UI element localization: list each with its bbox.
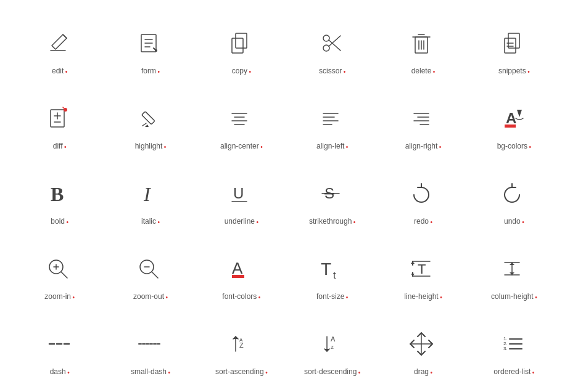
underline-label: underline <box>225 217 255 226</box>
svg-text:t: t <box>333 270 336 280</box>
svg-rect-17 <box>505 38 516 53</box>
svg-rect-5 <box>232 38 243 53</box>
zoom-out-label: zoom-out <box>133 292 164 301</box>
icon-item-zoom-in[interactable]: zoom-in <box>12 238 103 307</box>
strikethrough-label: strikethrough <box>309 217 352 226</box>
snippets-label: snippets <box>498 67 526 75</box>
svg-line-1 <box>63 35 67 38</box>
zoom-out-icon <box>130 250 167 287</box>
italic-icon: I <box>130 175 167 212</box>
icon-item-align-left[interactable]: align-left <box>285 88 376 157</box>
align-center-icon <box>221 100 258 137</box>
drag-icon <box>403 325 440 362</box>
icon-item-highlight[interactable]: highlight <box>103 88 194 157</box>
icon-item-align-right[interactable]: align-right <box>376 88 466 157</box>
icon-item-font-colors[interactable]: A font-colors <box>194 238 285 307</box>
sort-ascending-label: sort-ascending <box>215 367 264 376</box>
align-left-label: align-left <box>316 142 344 150</box>
svg-rect-55 <box>232 275 244 278</box>
icon-item-sort-ascending[interactable]: A Z sort-ascending <box>194 313 285 382</box>
sort-descending-label: sort-descending <box>304 367 357 376</box>
diff-icon <box>39 100 76 137</box>
icon-item-line-height[interactable]: T line-height <box>376 238 466 307</box>
svg-text:A: A <box>232 259 243 277</box>
zoom-in-label: zoom-in <box>44 292 71 301</box>
svg-line-9 <box>329 40 341 51</box>
icon-item-redo[interactable]: redo <box>376 163 466 232</box>
icon-item-italic[interactable]: I italic <box>103 163 194 232</box>
svg-line-50 <box>61 272 67 278</box>
icon-item-zoom-out[interactable]: zoom-out <box>103 238 194 307</box>
icon-item-radius-setting[interactable]: radius-setting <box>12 388 103 392</box>
svg-text:Z: Z <box>331 345 334 350</box>
small-dash-icon <box>130 325 167 362</box>
svg-line-53 <box>152 272 158 278</box>
highlight-icon <box>130 100 167 137</box>
svg-text:U: U <box>233 185 244 202</box>
scissor-label: scissor <box>319 67 342 75</box>
icon-item-snippets[interactable]: snippets <box>467 12 558 81</box>
svg-rect-40 <box>505 125 516 128</box>
icon-item-align-center[interactable]: align-center <box>194 88 285 157</box>
icon-item-undo[interactable]: undo <box>467 163 558 232</box>
zoom-in-icon <box>39 250 76 287</box>
svg-line-8 <box>329 36 341 46</box>
icon-item-strikethrough[interactable]: S strikethrough <box>285 163 376 232</box>
svg-text:I: I <box>143 183 151 205</box>
icon-item-ordered-list[interactable]: 1. 2. 3. ordered-list <box>467 313 558 382</box>
highlight-label: highlight <box>135 142 163 150</box>
icon-item-delete[interactable]: delete <box>376 12 466 81</box>
font-size-icon: T t <box>312 250 349 287</box>
edit-icon <box>39 25 76 62</box>
svg-text:A: A <box>506 110 516 126</box>
delete-icon <box>403 25 440 62</box>
svg-rect-26 <box>142 112 155 125</box>
bold-icon: B <box>39 175 76 212</box>
icon-item-form[interactable]: form <box>103 12 194 81</box>
icon-item-scissor[interactable]: scissor <box>285 12 376 81</box>
underline-icon: U <box>221 175 258 212</box>
bold-label: bold <box>51 217 65 226</box>
icon-item-font-size[interactable]: T t font-size <box>285 238 376 307</box>
strikethrough-icon: S <box>312 175 349 212</box>
bg-colors-icon: A <box>494 100 531 137</box>
sort-descending-icon: A Z <box>312 325 349 362</box>
form-icon <box>130 25 167 62</box>
icon-item-dash[interactable]: dash <box>12 313 103 382</box>
icon-item-edit[interactable]: edit <box>12 12 103 81</box>
icon-item-diff[interactable]: diff <box>12 88 103 157</box>
icon-item-copy[interactable]: copy <box>194 12 285 81</box>
icon-item-sort-descending[interactable]: A Z sort-descending <box>285 313 376 382</box>
line-height-label: line-height <box>404 292 438 301</box>
icon-item-bold[interactable]: B bold <box>12 163 103 232</box>
font-colors-icon: A <box>221 250 258 287</box>
dash-icon <box>39 325 76 362</box>
form-label: form <box>141 67 156 75</box>
align-left-icon <box>312 100 349 137</box>
snippets-icon <box>494 25 531 62</box>
edit-label: edit <box>52 67 64 75</box>
colum-height-label: colum-height <box>491 292 534 301</box>
scissor-icon <box>312 25 349 62</box>
diff-label: diff <box>53 142 63 150</box>
icon-item-colum-height[interactable]: colum-height <box>467 238 558 307</box>
align-right-label: align-right <box>405 142 438 150</box>
svg-point-25 <box>64 108 67 112</box>
svg-point-3 <box>155 49 157 52</box>
copy-icon <box>221 25 258 62</box>
svg-text:T: T <box>418 261 426 277</box>
align-center-label: align-center <box>220 142 259 150</box>
icon-item-underline[interactable]: U underline <box>194 163 285 232</box>
italic-label: italic <box>141 217 156 226</box>
svg-rect-4 <box>236 33 247 48</box>
svg-text:B: B <box>51 183 64 205</box>
icon-item-drag[interactable]: drag <box>376 313 466 382</box>
copy-label: copy <box>232 67 247 75</box>
svg-text:3.: 3. <box>503 346 508 351</box>
colum-height-icon <box>494 250 531 287</box>
ordered-list-label: ordered-list <box>494 367 531 376</box>
align-right-icon <box>403 100 440 137</box>
sort-ascending-icon: A Z <box>221 325 258 362</box>
icon-item-bg-colors[interactable]: A bg-colors <box>467 88 558 157</box>
icon-item-small-dash[interactable]: small-dash <box>103 313 194 382</box>
